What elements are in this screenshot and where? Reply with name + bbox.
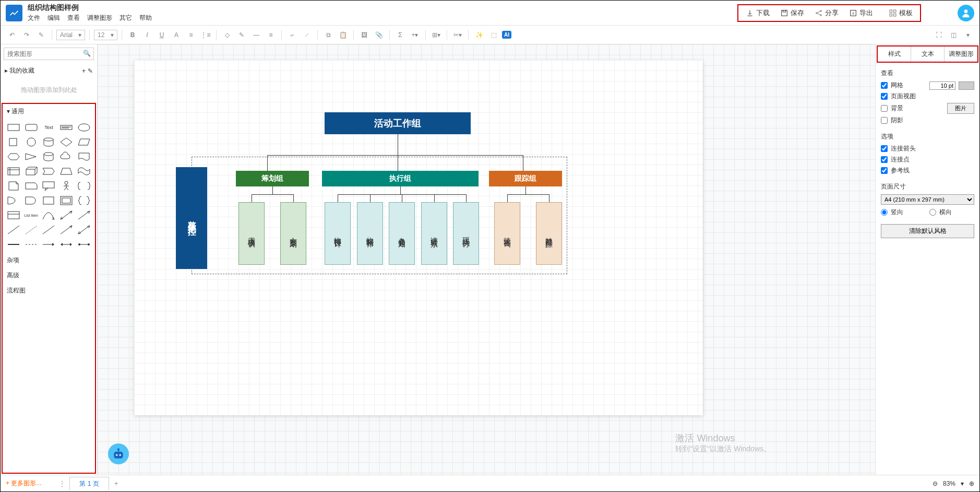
italic-button[interactable]: I (141, 29, 153, 41)
copy-button[interactable]: ⧉ (322, 29, 334, 41)
ai-button[interactable]: AI (502, 31, 511, 39)
font-select[interactable]: Arial▾ (56, 30, 85, 40)
page-menu-icon[interactable]: ⋮ (57, 480, 67, 487)
shape-list[interactable] (6, 209, 21, 221)
undo-button[interactable]: ↶ (6, 29, 18, 41)
shape-connector-arrow[interactable] (41, 238, 57, 251)
shape-arrow[interactable] (76, 209, 92, 221)
tab-style[interactable]: 样式 (878, 46, 911, 62)
app-logo[interactable] (6, 5, 22, 21)
shape-document[interactable] (76, 150, 92, 163)
shape-callout[interactable] (41, 180, 57, 192)
shape-connector[interactable] (6, 238, 21, 251)
more-shapes-link[interactable]: + 更多图形... (6, 479, 41, 488)
chk-shadow[interactable] (881, 117, 888, 124)
menu-help[interactable]: 帮助 (139, 14, 152, 22)
grid-size-input[interactable] (929, 81, 955, 90)
shape-arrow-bidir[interactable] (58, 209, 74, 221)
fill-color-button[interactable]: ◇ (221, 29, 233, 41)
doc-title[interactable]: 组织结构图样例 (28, 3, 152, 13)
search-input[interactable] (4, 48, 94, 60)
redo-button[interactable]: ↷ (20, 29, 33, 41)
waypoints-button[interactable]: ⟋ (301, 29, 313, 41)
menu-extras[interactable]: 其它 (119, 14, 132, 22)
menu-view[interactable]: 查看 (67, 14, 80, 22)
category-flowchart[interactable]: 流程图 (3, 283, 95, 298)
shape-arrow3[interactable] (76, 224, 92, 236)
shape-circle[interactable] (23, 136, 39, 148)
org-leaf[interactable]: 需求确认 (238, 202, 265, 265)
shape-line[interactable] (6, 224, 21, 236)
shape-connector-dash[interactable] (23, 238, 39, 251)
chk-background[interactable] (881, 105, 888, 112)
shape-connector-dot[interactable] (76, 238, 92, 251)
org-leaf[interactable]: 物料制作 (357, 202, 383, 265)
org-group-exec[interactable]: 执行组 (322, 171, 479, 186)
line-width-button[interactable]: ≡ (265, 29, 277, 41)
shape-card[interactable] (23, 180, 39, 192)
shape-cylinder[interactable] (41, 136, 57, 148)
user-avatar[interactable] (958, 5, 974, 21)
shape-brackets[interactable] (76, 180, 92, 192)
template-button[interactable]: 模板 (889, 8, 913, 18)
category-general[interactable]: ▾ 通用 (3, 104, 95, 119)
shape-page[interactable] (6, 180, 21, 192)
shape-frame[interactable] (58, 194, 74, 207)
share-button[interactable]: 分享 (815, 8, 839, 18)
menu-edit[interactable]: 编辑 (47, 14, 60, 22)
image-button[interactable]: 图片 (947, 103, 974, 114)
font-color-button[interactable]: A (170, 29, 183, 41)
align-button[interactable]: ≡ (185, 29, 197, 41)
chk-arrows[interactable] (881, 145, 888, 152)
crop-button[interactable]: ✂▾ (451, 29, 464, 41)
shape-cube[interactable] (23, 165, 39, 178)
shape-curve[interactable] (41, 209, 57, 221)
org-leaf[interactable]: 技术咨询 (494, 202, 520, 265)
canvas-page[interactable]: 活动工作组 整体把控 筹划组 (134, 60, 703, 415)
shape-text[interactable]: Text (41, 121, 57, 134)
shape-roundrect[interactable] (23, 121, 39, 134)
org-leaf[interactable]: 方案策划 (280, 202, 306, 265)
connector-button[interactable]: ⌐ (286, 29, 298, 41)
menu-file[interactable]: 文件 (28, 14, 40, 22)
org-leaf[interactable]: 社群跟踪 (536, 202, 562, 265)
fav-add-icon[interactable]: + (82, 67, 86, 75)
zoom-in-button[interactable]: ⊕ (969, 480, 974, 487)
paste-button[interactable]: 📋 (337, 29, 349, 41)
menu-arrange[interactable]: 调整图形 (87, 14, 112, 22)
shape-or[interactable] (6, 194, 21, 207)
category-advanced[interactable]: 高级 (3, 268, 95, 283)
format-painter-button[interactable]: ✎ (35, 29, 47, 41)
shape-ellipse[interactable] (76, 121, 92, 134)
shape-listitem[interactable]: List Item (23, 209, 39, 221)
org-leaf[interactable]: 现场执行 (453, 202, 479, 265)
search-icon[interactable]: 🔍 (83, 50, 91, 57)
category-misc[interactable]: 杂项 (3, 253, 95, 268)
underline-button[interactable]: U (156, 29, 168, 41)
image-button[interactable]: 🖼 (358, 29, 371, 41)
org-leaf[interactable]: 物料设计 (325, 202, 351, 265)
list-button[interactable]: ⋮≡ (199, 29, 212, 41)
line-style-button[interactable]: — (250, 29, 262, 41)
grid-color[interactable] (959, 81, 974, 90)
shape-cloud[interactable] (58, 150, 74, 163)
chatbot-icon[interactable] (108, 443, 129, 464)
shape-and[interactable] (23, 194, 39, 207)
org-node-top[interactable]: 活动工作组 (325, 112, 471, 134)
zoom-value[interactable]: 83% (943, 480, 955, 487)
shape-container[interactable] (41, 194, 57, 207)
shape-textbox[interactable] (58, 121, 74, 134)
component-button[interactable]: ⬚ (487, 29, 500, 41)
page-tab-1[interactable]: 第 1 页 (69, 477, 109, 490)
chk-grid[interactable] (881, 82, 888, 89)
chk-points[interactable] (881, 156, 888, 163)
download-button[interactable]: 下载 (746, 8, 770, 18)
fullscreen-button[interactable]: ⛶ (933, 29, 945, 41)
page-add-button[interactable]: + (111, 480, 122, 487)
tab-arrange[interactable]: 调整图形 (945, 46, 977, 62)
shape-cylinder2[interactable] (41, 150, 57, 163)
shape-dashline[interactable] (23, 224, 39, 236)
zoom-out-button[interactable]: ⊖ (933, 480, 938, 487)
fav-edit-icon[interactable]: ✎ (88, 67, 93, 75)
org-group-plan[interactable]: 筹划组 (236, 171, 309, 186)
